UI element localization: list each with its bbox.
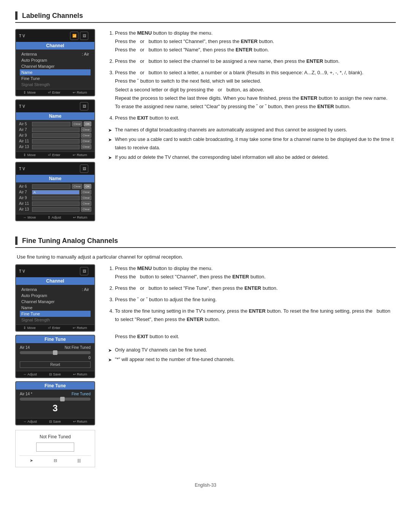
menu-antenna: Antenna: Air [20, 51, 91, 57]
name-input-air7 [32, 128, 80, 132]
clear-btn2-air6[interactable]: Clear [72, 184, 82, 189]
fine-tuning-intro: Use fine tuning to manually adjust a par… [15, 254, 396, 260]
tv-footer-1: ⇕ Move ⏎ Enter ↩ Return [16, 89, 94, 96]
tv-header-ft1: T V 🖼 [16, 265, 94, 277]
ft-channel-bar: Channel [16, 277, 94, 285]
ft-slider-2 [20, 398, 91, 401]
ft-menu-auto-program: Auto Program [20, 292, 91, 299]
labeling-content: T V 📶 🖼 Channel Antenna: Air Auto Progra… [15, 29, 396, 221]
tv-header-2: T V 🖼 [16, 100, 94, 112]
menu-signal-strength: Signal Strength [20, 81, 91, 88]
fine-tuning-screens: T V 🖼 Channel Antenna: Air Auto Program … [15, 264, 99, 467]
clear-btn-air11[interactable]: Clear [81, 139, 91, 144]
ft-slider-1 [20, 351, 91, 354]
name-list-1: Air 5 Clear OK Air 7 Clear Air 9 Clear [16, 120, 94, 152]
name-input2-air9 [32, 196, 80, 200]
tv-icon-ft1: 🖼 [80, 267, 88, 275]
ft-bar-2: Fine Tune [16, 382, 94, 390]
tv-icon-pic-3: 🖼 [80, 165, 88, 173]
ft-menu-channel-manager: Channel Manager [20, 299, 91, 305]
page-footer: English-33 [15, 482, 396, 488]
tv-label-2: T V [19, 104, 25, 109]
ft-menu-signal-strength: Signal Strength [20, 317, 91, 323]
screen-ft-tune-1: Fine Tune Air 14 Not Fine Tuned 0 Reset … [15, 335, 95, 378]
fine-tuning-instructions: Press the MENU button to display the men… [108, 264, 396, 467]
labeling-notes: ➤ The names of digital broadcasting chan… [108, 126, 396, 161]
ft-bar-1: Fine Tune [16, 335, 94, 343]
clear-btn2-air7[interactable]: Clear [81, 190, 91, 195]
fine-tuning-section: Fine Tuning Analog Channels Use fine tun… [15, 236, 396, 467]
tv-footer-ft3: ↔ Adjust ⊟ Save ↩ Return [16, 418, 94, 425]
standalone-footer: ➤ ⊟ ||| [19, 455, 91, 463]
ft-info-2: Air 14 * Fine Tuned [20, 392, 91, 396]
clear-btn2-air13[interactable]: Clear [81, 207, 91, 212]
clear-btn-air13[interactable]: Clear [81, 144, 91, 149]
labeling-instructions: Press the MENU button to display the men… [108, 29, 396, 221]
labeling-screens: T V 📶 🖼 Channel Antenna: Air Auto Progra… [15, 29, 99, 221]
ft-menu-name: Name [20, 305, 91, 311]
name-bar-1: Name [16, 112, 94, 120]
name-input2-air6 [32, 184, 70, 189]
labeling-title: Labeling Channels [15, 11, 396, 23]
screen-name-list-1: T V 🖼 Name Air 5 Clear OK Air 7 [15, 99, 95, 159]
labeling-step-3: Press the or button to select a letter, … [115, 69, 396, 110]
menu-channel-manager: Channel Manager [20, 63, 91, 69]
labeling-note-3: ➤ If you add or delete the TV channel, t… [108, 153, 396, 161]
tv-footer-3: ↔ Move ⇕ Adjust ↩ Return [16, 214, 94, 220]
ok-btn-air5[interactable]: OK [84, 121, 91, 126]
name-row-air7: Air 7 Clear [19, 127, 91, 132]
labeling-note-2: ➤ When you use a cable card to watch cab… [108, 136, 396, 152]
labeling-step-1: Press the MENU button to display the men… [115, 29, 396, 54]
ft-step-2: Press the or button to select "Fine Tune… [115, 284, 396, 292]
ft-content-2: Air 14 * Fine Tuned 3 [16, 390, 94, 418]
ft-reset-btn[interactable]: Reset [20, 361, 91, 368]
standalone-icon-return: ||| [77, 458, 81, 463]
name-row-air11: Air 11 Clear [19, 139, 91, 144]
name-row-air9: Air 9 Clear [19, 133, 91, 138]
menu-name: Name [20, 69, 91, 75]
clear-btn2-air11[interactable]: Clear [81, 201, 91, 206]
ok-btn2-air6[interactable]: OK [84, 184, 91, 189]
clear-btn-air5[interactable]: Clear [72, 121, 82, 126]
name-input2-air11 [32, 201, 80, 206]
fine-tuning-title-text: Fine Tuning Analog Channels [22, 237, 118, 245]
standalone-diagram: Not Fine Tuned ➤ ⊟ ||| [15, 430, 95, 467]
channel-bar-1: Channel [16, 42, 94, 50]
clear-btn2-air9[interactable]: Clear [81, 195, 91, 200]
tv-icons-row-1: 📶 🖼 [67, 31, 91, 41]
clear-btn-air9[interactable]: Clear [81, 133, 91, 138]
tv-icons-row-2: 🖼 [77, 101, 91, 111]
ft-value-1: 0 [20, 356, 91, 360]
ft-step-4: To store the fine tuning setting in the … [115, 307, 396, 340]
labeling-step-4: Press the EXIT button to exit. [115, 114, 396, 122]
name-bar-2: Name [16, 175, 94, 182]
clear-btn-air7[interactable]: Clear [81, 127, 91, 132]
ft-tv-menu-1: Antenna: Air Auto Program Channel Manage… [16, 285, 94, 324]
name-input2-air7: A [32, 190, 80, 195]
screen-ft-channel-menu: T V 🖼 Channel Antenna: Air Auto Program … [15, 264, 95, 332]
name-input-air11 [32, 139, 80, 144]
name-input-air5 [32, 122, 70, 126]
name-input-air9 [32, 133, 80, 138]
ft-number-display: 3 [20, 403, 91, 414]
name-row2-air13: Air 13 Clear [19, 207, 91, 212]
labeling-note-1: ➤ The names of digital broadcasting chan… [108, 126, 396, 134]
ft-info-1: Air 14 Not Fine Tuned [20, 345, 91, 350]
ft-handle-2 [60, 397, 65, 401]
labeling-step-2: Press the or button to select the channe… [115, 57, 396, 66]
page-footer-text: English-33 [195, 482, 217, 488]
tv-icons-row-3: 🖼 [77, 164, 91, 174]
labeling-steps: Press the MENU button to display the men… [108, 29, 396, 122]
name-row-air5: Air 5 Clear OK [19, 121, 91, 126]
standalone-label: Not Fine Tuned [19, 434, 91, 439]
ft-step-1: Press the MENU button to display the men… [115, 264, 396, 281]
ft-step-3: Press the ˘ or ˇ button to adjust the fi… [115, 296, 396, 304]
screen-name-list-2: T V 🖼 Name Air 6 Clear OK Air 7 [15, 162, 95, 221]
ft-content-1: Air 14 Not Fine Tuned 0 Reset [16, 343, 94, 371]
tv-header-1: T V 📶 🖼 [16, 30, 94, 42]
standalone-icon-arrow: ➤ [30, 458, 33, 463]
tv-icon-signal: 📶 [70, 32, 78, 40]
tv-footer-ft2: ↔ Adjust ⊟ Save ↩ Return [16, 371, 94, 377]
tv-label-1: T V [19, 34, 25, 38]
name-row2-air11: Air 11 Clear [19, 201, 91, 206]
